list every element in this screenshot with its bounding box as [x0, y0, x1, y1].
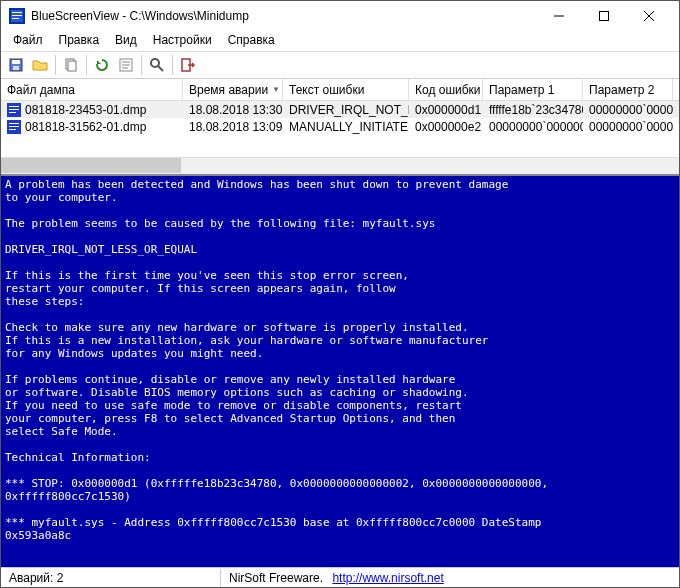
svg-rect-3	[12, 15, 22, 16]
svg-point-18	[151, 59, 159, 67]
vendor-link[interactable]: http://www.nirsoft.net	[332, 571, 443, 585]
bsod-preview: A problem has been detected and Windows …	[1, 174, 679, 567]
maximize-button[interactable]	[581, 2, 626, 30]
menu-file[interactable]: Файл	[5, 31, 51, 51]
cell-p2: 00000000`000000	[583, 119, 673, 135]
status-vendor: NirSoft Freeware.	[229, 571, 323, 585]
cell-p1: fffffe18b`23c34780	[483, 102, 583, 118]
svg-rect-24	[9, 112, 16, 113]
menu-view[interactable]: Вид	[107, 31, 145, 51]
col-bugcheck[interactable]: Текст ошибки	[283, 79, 409, 100]
col-param1[interactable]: Параметр 1	[483, 79, 583, 100]
cell-file: 081818-31562-01.dmp	[25, 120, 146, 134]
toolbar-separator	[141, 55, 142, 75]
menu-options[interactable]: Настройки	[145, 31, 220, 51]
dump-file-icon	[7, 103, 21, 117]
list-header: Файл дампа Время аварии▼ Текст ошибки Ко…	[1, 79, 679, 101]
col-dumpfile[interactable]: Файл дампа	[1, 79, 183, 100]
window-controls	[536, 2, 671, 30]
toolbar-separator	[86, 55, 87, 75]
toolbar-separator	[55, 55, 56, 75]
find-icon[interactable]	[146, 54, 168, 76]
folder-icon[interactable]	[29, 54, 51, 76]
cell-text: MANUALLY_INITIATED_...	[283, 119, 409, 135]
col-param2[interactable]: Параметр 2	[583, 79, 673, 100]
close-button[interactable]	[626, 2, 671, 30]
window-title: BlueScreenView - C:\Windows\Minidump	[31, 9, 536, 23]
col-bugcode[interactable]: Код ошибки	[409, 79, 483, 100]
svg-rect-10	[12, 60, 20, 64]
svg-rect-23	[9, 109, 19, 110]
status-crash-count: Аварий: 2	[1, 569, 221, 587]
table-row[interactable]: 081818-31562-01.dmp 18.08.2018 13:09:52 …	[1, 118, 679, 135]
svg-rect-27	[9, 126, 19, 127]
cell-time: 18.08.2018 13:09:52	[183, 119, 283, 135]
cell-p2: 00000000`000000	[583, 102, 673, 118]
sort-desc-icon: ▼	[272, 85, 280, 94]
save-icon[interactable]	[5, 54, 27, 76]
scrollbar-thumb[interactable]	[1, 158, 181, 173]
horizontal-scrollbar[interactable]	[1, 157, 679, 174]
app-icon	[9, 8, 25, 24]
cell-p1: 00000000`000000	[483, 119, 583, 135]
col-crashtime[interactable]: Время аварии▼	[183, 79, 283, 100]
dump-list: 081818-23453-01.dmp 18.08.2018 13:30:56 …	[1, 101, 679, 157]
toolbar	[1, 51, 679, 79]
dump-file-icon	[7, 120, 21, 134]
svg-rect-13	[68, 61, 76, 71]
exit-icon[interactable]	[177, 54, 199, 76]
cell-time: 18.08.2018 13:30:56	[183, 102, 283, 118]
toolbar-separator	[172, 55, 173, 75]
cell-text: DRIVER_IRQL_NOT_LESS...	[283, 102, 409, 118]
svg-rect-4	[12, 18, 19, 19]
svg-rect-28	[9, 129, 16, 130]
menu-help[interactable]: Справка	[220, 31, 283, 51]
cell-file: 081818-23453-01.dmp	[25, 103, 146, 117]
minimize-button[interactable]	[536, 2, 581, 30]
svg-rect-2	[12, 12, 22, 13]
svg-rect-26	[9, 123, 19, 124]
svg-line-19	[158, 66, 163, 71]
cell-code: 0x000000d1	[409, 102, 483, 118]
titlebar: BlueScreenView - C:\Windows\Minidump	[1, 1, 679, 31]
copy-icon[interactable]	[60, 54, 82, 76]
table-row[interactable]: 081818-23453-01.dmp 18.08.2018 13:30:56 …	[1, 101, 679, 118]
statusbar: Аварий: 2 NirSoft Freeware. http://www.n…	[1, 567, 679, 587]
menubar: Файл Правка Вид Настройки Справка	[1, 31, 679, 51]
svg-rect-6	[599, 12, 608, 21]
menu-edit[interactable]: Правка	[51, 31, 108, 51]
properties-icon[interactable]	[115, 54, 137, 76]
svg-rect-22	[9, 106, 19, 107]
refresh-icon[interactable]	[91, 54, 113, 76]
cell-code: 0x000000e2	[409, 119, 483, 135]
svg-rect-11	[13, 66, 19, 70]
